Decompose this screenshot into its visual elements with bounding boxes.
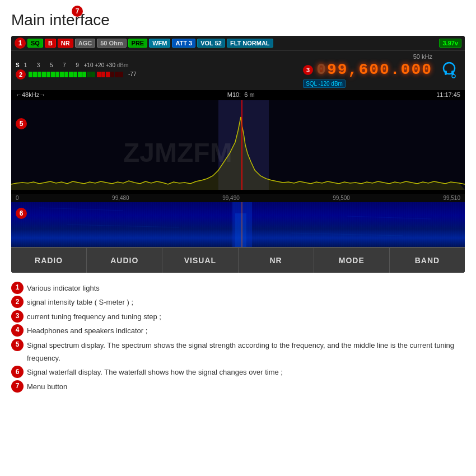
spectrum-display: 5 ←48kHz→ M10: 6 m 11:17:45 ZJMZFM 0 99,… [11, 90, 465, 202]
indicator-pre[interactable]: PRE [128, 39, 148, 48]
frequency-display[interactable]: 099,600.000 [316, 61, 432, 78]
desc-line-3: 3 current tuning frequency and tuning st… [11, 310, 465, 323]
desc-line-4: 4 Headphones and speakers indicator ; [11, 324, 465, 337]
bar-g5 [46, 72, 50, 77]
freq-label-0: 0 [16, 195, 19, 201]
radio-interface: 1 SQ B NR AGC 50 Ohm PRE WFM ATT 3 VOL 5… [11, 36, 465, 273]
bar-r4 [110, 72, 114, 77]
indicator-ohm[interactable]: 50 Ohm [97, 39, 126, 48]
indicator-att[interactable]: ATT 3 [172, 39, 195, 48]
indicator-sq[interactable]: SQ [27, 39, 43, 48]
desc-line-7: 7 Menu button [11, 380, 465, 393]
menu-band-button[interactable]: BAND [390, 248, 465, 273]
indicator-bar: 1 SQ B NR AGC 50 Ohm PRE WFM ATT 3 VOL 5… [11, 36, 465, 50]
bar-g12 [78, 72, 82, 77]
bar-r2 [101, 72, 105, 77]
waterfall-display: 6 [11, 202, 465, 247]
bar-g9 [64, 72, 68, 77]
desc-annotation-4: 4 [11, 324, 24, 337]
smeter-scale: 1 3 5 7 9 [24, 62, 81, 68]
smeter-section: S 1 3 5 7 9 +10 +20 +30 dBm 2 [16, 62, 297, 80]
desc-annotation-3: 3 [11, 310, 24, 323]
svg-rect-12 [235, 213, 246, 247]
bar-g4 [42, 72, 46, 77]
svg-line-15 [347, 216, 431, 219]
svg-text:ZJMZFM: ZJMZFM [123, 138, 232, 167]
bar-g8 [60, 72, 64, 77]
waterfall-svg [11, 202, 465, 247]
desc-text-2: signal intensity table ( S-meter ) ; [27, 296, 133, 309]
desc-annotation-7: 7 [11, 380, 24, 393]
annotation-6-badge: 6 [16, 208, 27, 219]
freq-label-480: 99,480 [112, 195, 129, 201]
indicator-flt[interactable]: FLT NORMAL [227, 39, 273, 48]
bar-r1 [97, 72, 101, 77]
sql-label: SQL -120 dBm [303, 80, 346, 88]
desc-line-6: 6 Signal waterfall display. The waterfal… [11, 366, 465, 379]
desc-annotation-5: 5 [11, 339, 24, 351]
bar-g2 [33, 72, 37, 77]
indicator-b[interactable]: B [45, 39, 56, 48]
bar-g15 [91, 72, 95, 77]
menu-visual-button[interactable]: VISUAL [162, 248, 238, 273]
freq-label-500: 99,500 [333, 195, 350, 201]
spectrum-svg: ZJMZFM [11, 100, 465, 190]
spectrum-header: ←48kHz→ M10: 6 m 11:17:45 [11, 90, 465, 99]
menu-buttons: 7 RADIO AUDIO VISUAL NR MODE BAND [11, 247, 465, 273]
desc-line-2: 2 signal intensity table ( S-meter ) ; [11, 296, 465, 309]
smeter-labels: S 1 3 5 7 9 +10 +20 +30 dBm [16, 62, 297, 68]
spectrum-time: 11:17:45 [436, 91, 460, 98]
smeter-green-bars [29, 72, 95, 77]
smeter-row: S 1 3 5 7 9 +10 +20 +30 dBm 2 [11, 50, 465, 90]
bar-g10 [69, 72, 73, 77]
bar-g1 [29, 72, 32, 77]
smeter-bars: 2 [16, 69, 297, 80]
bar-g14 [87, 72, 91, 77]
bar-g13 [82, 72, 86, 77]
svg-point-3 [452, 74, 455, 78]
desc-annotation-1: 1 [11, 282, 24, 294]
freq-dim-part: 0 [316, 61, 327, 78]
frequency-step: 50 kHz [413, 53, 432, 60]
annotation-3-badge: 3 [303, 65, 313, 75]
desc-text-1: Various indicator lights [27, 282, 100, 295]
bar-g7 [55, 72, 59, 77]
menu-audio-button[interactable]: AUDIO [87, 248, 162, 273]
menu-mode-button[interactable]: MODE [314, 248, 390, 273]
headphone-icon [439, 60, 459, 81]
spectrum-marker: M10: 6 m [227, 91, 255, 98]
svg-rect-1 [445, 71, 447, 75]
bar-r6 [119, 72, 123, 77]
bar-g11 [73, 72, 77, 77]
freq-label-490: 99,490 [222, 195, 240, 201]
spectrum-bandwidth: ←48kHz→ [16, 91, 45, 98]
desc-text-4: Headphones and speakers indicator ; [27, 324, 147, 337]
indicator-nr[interactable]: NR [58, 39, 73, 48]
annotation-5-badge: 5 [16, 118, 27, 129]
annotation-1-badge: 1 [15, 38, 26, 49]
indicator-wfm[interactable]: WFM [149, 39, 170, 48]
frequency-section: 50 kHz 3 099,600.000 SQL -120 dBm [303, 53, 432, 88]
bar-r3 [106, 72, 110, 77]
desc-annotation-6: 6 [11, 366, 24, 378]
svg-line-14 [39, 208, 123, 211]
freq-label-510: 99,510 [443, 195, 460, 201]
svg-line-17 [291, 233, 403, 236]
description-section: 1 Various indicator lights 2 signal inte… [11, 282, 465, 393]
svg-line-16 [67, 225, 179, 227]
desc-text-5: Signal spectrum display. The spectrum sh… [27, 339, 465, 365]
battery-indicator: 3.97v [439, 39, 461, 48]
menu-nr-button[interactable]: NR [239, 248, 314, 273]
bar-r5 [115, 72, 119, 77]
indicator-agc[interactable]: AGC [75, 39, 95, 48]
desc-line-1: 1 Various indicator lights [11, 282, 465, 295]
headphone-speaker-indicator: 4 [438, 59, 460, 82]
menu-radio-button[interactable]: RADIO [11, 248, 87, 273]
waterfall-gradient [11, 202, 465, 247]
smeter-dbm-value: -77 [128, 71, 136, 77]
smeter-s-label: S [16, 62, 20, 68]
annotation-2-badge: 2 [16, 69, 26, 80]
desc-text-7: Menu button [27, 380, 67, 393]
indicator-vol[interactable]: VOL 52 [197, 39, 225, 48]
smeter-scale-high: +10 +20 +30 dBm [82, 62, 129, 68]
